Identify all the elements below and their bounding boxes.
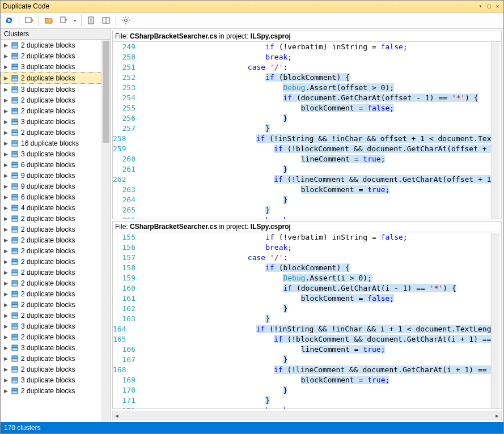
save-dropdown-button[interactable]: ▾ <box>72 14 78 27</box>
expand-icon[interactable]: ▶ <box>4 248 9 254</box>
clusters-tree[interactable]: ▶2 duplicate blocks▶2 duplicate blocks▶3… <box>1 40 110 422</box>
clusters-header: Clusters <box>1 29 110 40</box>
expand-icon[interactable]: ▶ <box>4 53 9 59</box>
cluster-item[interactable]: ▶2 duplicate blocks <box>1 331 110 342</box>
cluster-item[interactable]: ▶2 duplicate blocks <box>1 95 110 105</box>
expand-icon[interactable]: ▶ <box>4 377 9 383</box>
expand-icon[interactable]: ▶ <box>4 259 9 265</box>
expand-icon[interactable]: ▶ <box>4 87 9 92</box>
open-button[interactable] <box>43 14 55 27</box>
new-window-button[interactable] <box>23 14 35 27</box>
line-number: 262 <box>113 175 129 185</box>
cluster-item[interactable]: ▶16 duplicate blocks <box>1 138 110 148</box>
code-line: 262 if (!lineComment && document.GetChar… <box>113 175 493 185</box>
cluster-label: 2 duplicate blocks <box>21 269 75 276</box>
expand-icon[interactable]: ▶ <box>4 324 9 329</box>
expand-icon[interactable]: ▶ <box>4 227 9 232</box>
pane2-scrollbar[interactable] <box>491 233 499 409</box>
cluster-item[interactable]: ▶6 duplicate blocks <box>1 159 110 170</box>
cluster-item[interactable]: ▶3 duplicate blocks <box>1 321 110 331</box>
expand-icon[interactable]: ▶ <box>4 75 9 81</box>
expand-icon[interactable]: ▶ <box>4 302 9 308</box>
refresh-button[interactable] <box>3 14 15 27</box>
svg-rect-41 <box>12 229 18 232</box>
cluster-item[interactable]: ▶2 duplicate blocks <box>1 267 110 278</box>
cluster-item[interactable]: ▶2 duplicate blocks <box>1 353 110 364</box>
expand-icon[interactable]: ▶ <box>4 334 9 340</box>
expand-icon[interactable]: ▶ <box>4 151 9 157</box>
cluster-item[interactable]: ▶2 duplicate blocks <box>1 224 110 235</box>
cluster-item[interactable]: ▶3 duplicate blocks <box>1 148 110 159</box>
cluster-item[interactable]: ▶2 duplicate blocks <box>1 50 110 61</box>
cluster-item[interactable]: ▶2 duplicate blocks <box>1 299 110 310</box>
cluster-item[interactable]: ▶6 duplicate blocks <box>1 192 110 202</box>
expand-icon[interactable]: ▶ <box>4 162 9 168</box>
cluster-item[interactable]: ▶2 duplicate blocks <box>1 127 110 138</box>
expand-icon[interactable]: ▶ <box>4 313 9 318</box>
expand-icon[interactable]: ▶ <box>4 356 9 361</box>
expand-icon[interactable]: ▶ <box>4 141 9 146</box>
cluster-item[interactable]: ▶3 duplicate blocks <box>1 342 110 353</box>
expand-icon[interactable]: ▶ <box>4 184 9 189</box>
expand-icon[interactable]: ▶ <box>4 216 9 222</box>
pane2-code[interactable]: 155 if (!verbatim) inString = false;156 … <box>113 232 493 409</box>
pane1-code[interactable]: 249 if (!verbatim) inString = false;250 … <box>113 42 493 219</box>
cluster-item[interactable]: ▶9 duplicate blocks <box>1 181 110 192</box>
expand-icon[interactable]: ▶ <box>4 367 9 372</box>
cluster-label: 2 duplicate blocks <box>21 312 75 320</box>
pane1-scrollbar[interactable] <box>491 42 499 219</box>
cluster-item[interactable]: ▶3 duplicate blocks <box>1 375 110 385</box>
expand-icon[interactable]: ▶ <box>4 130 9 135</box>
cluster-item[interactable]: ▶2 duplicate blocks <box>1 310 110 321</box>
cluster-item[interactable]: ▶2 duplicate blocks <box>1 105 110 116</box>
cluster-item[interactable]: ▶2 duplicate blocks <box>1 213 110 224</box>
cluster-item[interactable]: ▶2 duplicate blocks <box>1 235 110 245</box>
split-view-button[interactable] <box>100 14 112 27</box>
document-button[interactable] <box>85 14 98 27</box>
close-icon[interactable]: ✕ <box>494 3 501 10</box>
expand-icon[interactable]: ▶ <box>4 237 9 243</box>
expand-icon[interactable]: ▶ <box>4 388 9 394</box>
scroll-right-icon[interactable]: ► <box>493 411 501 420</box>
settings-button[interactable] <box>120 14 132 27</box>
scroll-left-icon[interactable]: ◄ <box>113 411 121 420</box>
expand-icon[interactable]: ▶ <box>4 291 9 297</box>
horizontal-scrollbar[interactable]: ◄ ► <box>112 411 502 420</box>
line-text: if (!inString && !inChar && i + 1 < docu… <box>129 324 493 334</box>
expand-icon[interactable]: ▶ <box>4 270 9 275</box>
cluster-item[interactable]: ▶9 duplicate blocks <box>1 170 110 181</box>
line-text: } <box>139 304 493 314</box>
expand-icon[interactable]: ▶ <box>4 64 9 70</box>
cluster-item[interactable]: ▶2 duplicate blocks <box>1 245 110 256</box>
cluster-item[interactable]: ▶3 duplicate blocks <box>1 84 110 95</box>
line-number: 168 <box>113 365 129 375</box>
save-button[interactable] <box>57 14 70 27</box>
expand-icon[interactable]: ▶ <box>4 173 9 178</box>
cluster-item[interactable]: ▶2 duplicate blocks <box>1 364 110 375</box>
expand-icon[interactable]: ▶ <box>4 205 9 211</box>
expand-icon[interactable]: ▶ <box>4 280 9 286</box>
cluster-item[interactable]: ▶2 duplicate blocks <box>1 256 110 267</box>
cluster-item[interactable]: ▶3 duplicate blocks <box>1 61 110 72</box>
cluster-item[interactable]: ▶2 duplicate blocks <box>1 40 110 50</box>
expand-icon[interactable]: ▶ <box>4 119 9 125</box>
sidebar-scrollbar[interactable] <box>101 40 110 422</box>
cluster-item[interactable]: ▶3 duplicate blocks <box>1 116 110 127</box>
expand-icon[interactable]: ▶ <box>4 97 9 103</box>
cluster-item[interactable]: ▶2 duplicate blocks <box>1 278 110 288</box>
line-number: 169 <box>113 375 139 385</box>
cluster-item[interactable]: ▶2 duplicate blocks <box>1 385 110 396</box>
line-text: break; <box>139 215 493 219</box>
expand-icon[interactable]: ▶ <box>4 194 9 200</box>
scrollbar-thumb[interactable] <box>103 41 109 143</box>
code-line: 172 break; <box>113 406 493 409</box>
cluster-item[interactable]: ▶2 duplicate blocks <box>1 288 110 299</box>
maximize-icon[interactable]: ▢ <box>485 3 493 10</box>
dropdown-icon[interactable]: ▾ <box>477 3 484 10</box>
cluster-label: 2 duplicate blocks <box>21 279 75 287</box>
cluster-item[interactable]: ▶4 duplicate blocks <box>1 202 110 213</box>
expand-icon[interactable]: ▶ <box>4 345 9 351</box>
cluster-item[interactable]: ▶2 duplicate blocks <box>1 72 110 84</box>
expand-icon[interactable]: ▶ <box>4 42 9 48</box>
expand-icon[interactable]: ▶ <box>4 108 9 114</box>
